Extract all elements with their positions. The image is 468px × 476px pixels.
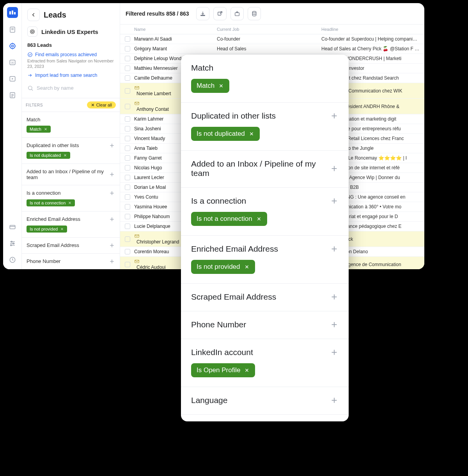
filter-add-icon[interactable] — [330, 197, 339, 205]
import-link[interactable]: Import lead from same search — [22, 73, 120, 83]
row-checkbox[interactable] — [125, 249, 130, 254]
chip-label: Is not duplicated — [30, 153, 61, 158]
chip-remove-icon[interactable] — [256, 216, 262, 222]
chip-remove-icon[interactable] — [63, 153, 67, 157]
filter-add-icon[interactable] — [109, 142, 115, 149]
chip-remove-icon[interactable] — [244, 264, 250, 270]
download-icon[interactable] — [196, 7, 209, 20]
svg-point-30 — [32, 31, 34, 33]
filter-title: Enriched Email Address — [27, 216, 80, 222]
notes-icon[interactable] — [8, 25, 17, 34]
filter-add-icon[interactable] — [330, 396, 339, 405]
filter-list: MatchMatchDuplicated in other listsIs no… — [22, 112, 120, 269]
page-title: Leads — [44, 11, 66, 20]
filter-title: Duplicated in other lists — [27, 142, 79, 148]
chip-remove-icon[interactable] — [60, 227, 64, 231]
row-checkbox[interactable] — [125, 56, 130, 61]
play-icon[interactable] — [8, 74, 17, 83]
lead-count: 863 Leads — [22, 40, 120, 52]
row-checkbox[interactable] — [125, 224, 130, 229]
chip-label: Is not provided — [30, 227, 58, 231]
filter-add-icon[interactable] — [330, 320, 339, 329]
database-icon[interactable] — [248, 7, 261, 20]
filter-item: MatchMatch — [22, 112, 120, 138]
filter-add-icon[interactable] — [330, 348, 339, 357]
popover-section: LinkedIn accountIs Open Profile — [181, 339, 349, 387]
row-checkbox[interactable] — [125, 116, 130, 122]
filter-add-icon[interactable] — [109, 258, 115, 265]
row-checkbox[interactable] — [125, 165, 130, 171]
stats-icon[interactable]: 00 — [8, 58, 17, 67]
target-icon[interactable] — [8, 41, 17, 51]
table-row[interactable]: Grégory Marant Head of Sales Head of Sal… — [120, 44, 424, 54]
filter-add-icon[interactable] — [330, 245, 339, 253]
row-checkbox[interactable] — [125, 262, 130, 267]
filter-chip[interactable]: Is not a connection — [191, 212, 267, 226]
filter-item: Phone Number — [22, 254, 120, 269]
card-icon[interactable] — [8, 222, 17, 232]
chip-label: Is Open Profile — [197, 366, 240, 374]
left-panel: Leads Linkedin US Experts 863 Leads Find… — [22, 3, 120, 269]
search-input[interactable] — [37, 85, 114, 91]
row-checkbox[interactable] — [125, 155, 130, 161]
chip-remove-icon[interactable] — [244, 368, 250, 373]
row-checkbox[interactable] — [125, 194, 130, 200]
filter-add-icon[interactable] — [109, 190, 115, 196]
col-job: Current Job — [217, 27, 321, 32]
export-icon[interactable] — [213, 7, 227, 20]
row-checkbox[interactable] — [125, 126, 130, 131]
chip-remove-icon[interactable] — [68, 201, 72, 205]
status-sub: Extracted from Sales Navigator on Novemb… — [22, 57, 120, 73]
row-checkbox[interactable] — [125, 88, 130, 94]
chip-remove-icon[interactable] — [44, 127, 48, 131]
row-checkbox[interactable] — [125, 36, 130, 42]
back-button[interactable] — [27, 9, 40, 21]
filter-add-icon[interactable] — [109, 216, 115, 222]
clear-all-button[interactable]: Clear all — [87, 101, 116, 108]
row-checkbox[interactable] — [125, 236, 130, 242]
filter-add-icon[interactable] — [330, 112, 339, 120]
popover-section: MatchMatch — [181, 55, 349, 103]
row-checkbox[interactable] — [125, 214, 130, 219]
row-checkbox[interactable] — [125, 146, 130, 151]
row-checkbox[interactable] — [125, 204, 130, 210]
row-checkbox[interactable] — [125, 46, 130, 52]
filter-title: Scraped Email Address — [27, 242, 79, 248]
sliders-icon[interactable] — [8, 239, 17, 248]
filter-add-icon[interactable] — [109, 171, 115, 178]
filter-item: Duplicated in other listsIs not duplicat… — [22, 138, 120, 164]
table-row[interactable]: Marwann Al Saadi Co-founder Co-founder a… — [120, 34, 424, 44]
filter-chip[interactable]: Is not duplicated — [191, 127, 260, 141]
filter-chip[interactable]: Is not provided — [27, 226, 67, 233]
row-checkbox[interactable] — [125, 75, 130, 81]
chip-label: Match — [30, 127, 41, 131]
row-checkbox[interactable] — [125, 185, 130, 190]
status-text: Find emails process achieved — [35, 52, 97, 57]
filter-chip[interactable]: Match — [27, 126, 51, 133]
popover-section: Job title — [181, 415, 349, 421]
filter-chip[interactable]: Is not duplicated — [27, 152, 70, 159]
popover-section: Language — [181, 387, 349, 415]
results-count: Filtered results 858 / 863 — [126, 11, 189, 17]
search-icon — [27, 85, 34, 91]
doc-icon[interactable] — [8, 91, 17, 100]
filter-add-icon[interactable] — [330, 293, 339, 301]
row-checkbox[interactable] — [125, 66, 130, 71]
chip-remove-icon[interactable] — [218, 83, 224, 89]
filter-add-icon[interactable] — [330, 164, 339, 173]
filter-chip[interactable]: Is not a connection — [27, 199, 75, 206]
row-checkbox[interactable] — [125, 175, 130, 180]
filter-chip[interactable]: Is Open Profile — [191, 363, 255, 377]
chip-remove-icon[interactable] — [249, 131, 254, 137]
popover-section: Scraped Email Address — [181, 284, 349, 311]
row-checkbox[interactable] — [125, 136, 130, 141]
row-job: Head of Sales — [217, 46, 321, 52]
clock-icon[interactable] — [8, 255, 17, 265]
filter-chip[interactable]: Is not provided — [191, 260, 255, 274]
filter-add-icon[interactable] — [109, 242, 115, 249]
row-checkbox[interactable] — [125, 104, 130, 109]
row-name: Grégory Marant — [134, 46, 217, 52]
inbox-icon[interactable] — [230, 7, 244, 20]
clear-all-label: Clear all — [96, 103, 112, 107]
filter-chip[interactable]: Match — [191, 79, 229, 93]
